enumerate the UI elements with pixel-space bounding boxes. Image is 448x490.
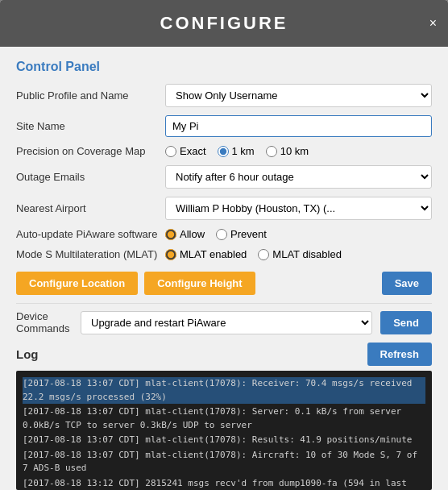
outage-select[interactable]: Notify after 1 hour outage Notify after … <box>165 165 432 189</box>
log-line: [2017-08-18 13:07 CDT] mlat-client(17078… <box>23 405 425 432</box>
airport-control: William P Hobby (Houston, TX) (... <box>165 197 432 220</box>
log-header: Log Refresh <box>16 343 432 366</box>
mlat-label: Mode S Multilateration (MLAT) <box>16 248 165 260</box>
outage-label: Outage Emails <box>16 171 165 183</box>
airport-select[interactable]: William P Hobby (Houston, TX) (... <box>165 197 432 220</box>
public-profile-label: Public Profile and Name <box>16 89 165 102</box>
precision-10km[interactable]: 10 km <box>266 145 309 157</box>
autoupdate-control: Allow Prevent <box>165 228 432 240</box>
log-line: [2017-08-18 13:07 CDT] mlat-client(17078… <box>23 449 425 475</box>
autoupdate-row: Auto-update PiAware software Allow Preve… <box>16 228 432 240</box>
device-commands-row: DeviceCommands Upgrade and restart PiAwa… <box>16 303 432 334</box>
log-section: Log Refresh [2017-08-18 13:07 CDT] mlat-… <box>16 343 432 490</box>
log-box[interactable]: [2017-08-18 13:07 CDT] mlat-client(17078… <box>16 371 432 490</box>
autoupdate-allow[interactable]: Allow <box>165 228 205 240</box>
outage-control: Notify after 1 hour outage Notify after … <box>165 165 432 189</box>
precision-1km[interactable]: 1 km <box>218 145 255 157</box>
mlat-control: MLAT enabled MLAT disabled <box>165 248 432 260</box>
autoupdate-prevent[interactable]: Prevent <box>216 228 267 240</box>
refresh-button[interactable]: Refresh <box>367 343 432 366</box>
precision-label: Precision on Coverage Map <box>16 145 165 157</box>
log-line: [2017-08-18 13:07 CDT] mlat-client(17078… <box>23 434 425 447</box>
public-profile-control: Show Only Username Show Full Name Show N… <box>165 84 432 107</box>
device-commands-select[interactable]: Upgrade and restart PiAware Restart PiAw… <box>81 311 372 334</box>
autoupdate-label: Auto-update PiAware software <box>16 228 165 240</box>
precision-row: Precision on Coverage Map Exact 1 km 10 … <box>16 145 432 157</box>
close-button[interactable]: × <box>429 16 437 31</box>
action-buttons-row: Configure Location Configure Height Save <box>16 272 432 295</box>
section-title: Control Panel <box>16 60 432 74</box>
precision-exact[interactable]: Exact <box>165 145 206 157</box>
modal-header: CONFIGURE × <box>0 0 448 47</box>
mlat-enabled[interactable]: MLAT enabled <box>165 248 247 260</box>
airport-label: Nearest Airport <box>16 202 165 214</box>
modal-body: Control Panel Public Profile and Name Sh… <box>0 47 448 490</box>
public-profile-select[interactable]: Show Only Username Show Full Name Show N… <box>165 84 432 107</box>
site-name-control <box>165 115 432 137</box>
site-name-input[interactable] <box>165 115 432 137</box>
outage-row: Outage Emails Notify after 1 hour outage… <box>16 165 432 189</box>
mlat-row: Mode S Multilateration (MLAT) MLAT enabl… <box>16 248 432 260</box>
airport-row: Nearest Airport William P Hobby (Houston… <box>16 197 432 220</box>
site-name-row: Site Name <box>16 115 432 137</box>
configure-height-button[interactable]: Configure Height <box>144 272 255 295</box>
modal-title: CONFIGURE <box>13 13 435 34</box>
log-line: [2017-08-18 13:07 CDT] mlat-client(17078… <box>23 377 425 404</box>
configure-modal: CONFIGURE × Control Panel Public Profile… <box>0 0 448 490</box>
device-commands-label: DeviceCommands <box>16 310 73 334</box>
configure-location-button[interactable]: Configure Location <box>16 272 138 295</box>
send-button[interactable]: Send <box>380 311 432 334</box>
public-profile-row: Public Profile and Name Show Only Userna… <box>16 84 432 107</box>
precision-control: Exact 1 km 10 km <box>165 145 432 157</box>
device-commands-control: Upgrade and restart PiAware Restart PiAw… <box>81 311 372 334</box>
save-button[interactable]: Save <box>382 272 432 295</box>
site-name-label: Site Name <box>16 120 165 132</box>
mlat-disabled[interactable]: MLAT disabled <box>258 248 342 260</box>
log-title: Log <box>16 347 39 361</box>
log-line: [2017-08-18 13:12 CDT] 2815241 msgs recv… <box>23 477 425 491</box>
